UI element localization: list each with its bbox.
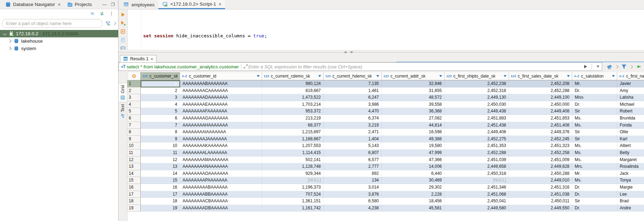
column-header-c_first_shipto_date_sk[interactable]: 123c_first_shipto_date_sk	[445, 72, 509, 80]
cell-c_current_cdemo_sk[interactable]: 502,141	[262, 156, 324, 164]
cell-c_current_hdemo_sk[interactable]: 3,219	[324, 122, 382, 129]
cell-c_first_shipto_date_sk[interactable]: 2,452,318	[445, 87, 509, 94]
tab-grid-view[interactable]: Grid	[119, 83, 127, 102]
table-row[interactable]: 1616AAAAAAAAABAAAAAA1,196,3733,01429,302…	[127, 184, 644, 191]
filter-funnel-icon[interactable]	[621, 64, 627, 69]
cell-c_salutation[interactable]: Sir	[572, 198, 617, 205]
cell-c_first_na[interactable]: Jack	[617, 170, 644, 177]
cell-c_first_sales_date_sk[interactable]: 2,449,010	[509, 177, 572, 184]
cell-c_current_cdemo_sk[interactable]: 953,372	[262, 108, 324, 115]
row-number[interactable]: 10	[127, 142, 141, 149]
cell-c_current_addr_sk[interactable]: 39,558	[382, 101, 445, 108]
column-filter-dropdown-icon[interactable]	[256, 75, 260, 78]
cell-c_salutation[interactable]: Mr.	[572, 170, 617, 177]
table-row[interactable]: 1717AAAAAAAABBAAAAAA707,5243,8762,2282,4…	[127, 191, 644, 198]
cell-c_customer_sk[interactable]: 18	[141, 198, 180, 205]
row-number[interactable]: 19	[127, 205, 141, 212]
chevron-down-icon[interactable]	[615, 65, 619, 68]
cell-c_customer_sk[interactable]: 7	[141, 122, 180, 129]
cell-c_current_addr_sk[interactable]: 6,440	[382, 170, 445, 177]
cell-c_customer_id[interactable]: AAAAAAAABBAAAAAA	[180, 191, 262, 198]
cell-c_salutation[interactable]: Ms.	[572, 177, 617, 184]
cell-c_current_addr_sk[interactable]: 14,006	[382, 163, 445, 170]
cell-c_customer_id[interactable]: AAAAAAAAHAAAAAAA	[180, 122, 262, 129]
row-number[interactable]: 13	[127, 163, 141, 170]
table-row[interactable]: 66AAAAAAAAGAAAAAAA213,2196,37427,0822,45…	[127, 115, 644, 122]
cell-c_current_hdemo_sk[interactable]: 3,014	[324, 184, 382, 191]
cell-c_first_shipto_date_sk[interactable]: 2,449,658	[445, 163, 509, 170]
cell-c_customer_id[interactable]: AAAAAAAAEAAAAAAA	[180, 101, 262, 108]
cell-c_first_sales_date_sk[interactable]: 2,449,550	[509, 205, 572, 212]
cell-c_first_shipto_date_sk[interactable]: 2,450,041	[445, 198, 509, 205]
eraser-icon[interactable]	[607, 64, 612, 69]
link-with-editor-icon[interactable]	[100, 11, 104, 16]
cell-c_current_hdemo_sk[interactable]: 3,986	[324, 101, 382, 108]
cell-c_salutation[interactable]: Dr.	[572, 101, 617, 108]
cell-c_customer_sk[interactable]: 15	[141, 177, 180, 184]
cell-c_salutation[interactable]: Mrs.	[572, 163, 617, 170]
cell-c_first_sales_date_sk[interactable]: 2,452,288	[509, 87, 572, 94]
cell-c_first_sales_date_sk[interactable]: 2,452,208	[509, 80, 572, 87]
cell-c_current_hdemo_sk[interactable]: 4,238	[324, 205, 382, 212]
cell-c_first_na[interactable]: Albert	[617, 142, 644, 149]
table-row[interactable]: 1212AAAAAAAAMAAAAAAA502,1416,57747,3662,…	[127, 156, 644, 164]
close-icon[interactable]: ×	[58, 2, 60, 7]
table-row[interactable]: 77AAAAAAAAHAAAAAAA68,3773,21944,8142,451…	[127, 122, 644, 129]
table-row[interactable]: 1414AAAAAAAAOAAAAAAA929,3448926,4402,450…	[127, 170, 644, 177]
cell-c_current_addr_sk[interactable]: 48,572	[382, 94, 445, 101]
cell-c_customer_id[interactable]: AAAAAAAAPAAAAAAA	[180, 177, 262, 184]
cell-c_current_hdemo_sk[interactable]: 3,876	[324, 191, 382, 198]
column-header-c_current_addr_sk[interactable]: 123c_current_addr_sk	[382, 72, 445, 80]
row-number[interactable]: 2	[127, 87, 141, 94]
cell-c_customer_id[interactable]: AAAAAAAADAAAAAAA	[180, 94, 262, 101]
cell-c_first_na[interactable]: Betty	[617, 149, 644, 156]
row-number[interactable]: 8	[127, 129, 141, 136]
cell-c_current_cdemo_sk[interactable]: 980,124	[262, 80, 324, 87]
filter-dropdown-chevron-icon[interactable]	[113, 22, 116, 25]
cell-c_current_hdemo_sk[interactable]: 1,461	[324, 87, 382, 94]
cell-c_current_hdemo_sk[interactable]: 2,777	[324, 163, 382, 170]
cell-c_first_shipto_date_sk[interactable]: 2,451,068	[445, 191, 509, 198]
cell-c_first_sales_date_sk[interactable]: 2,451,408	[509, 122, 572, 129]
cell-c_customer_sk[interactable]: 5	[141, 108, 180, 115]
close-icon[interactable]: ×	[218, 1, 221, 7]
cell-c_current_addr_sk[interactable]: 2,228	[382, 191, 445, 198]
cell-c_customer_sk[interactable]: 4	[141, 101, 180, 108]
minimize-icon[interactable]: —	[102, 2, 107, 7]
table-row[interactable]: 33AAAAAAAADAAAAAAA1,473,5226,24748,5722,…	[127, 94, 644, 101]
row-number[interactable]: 16	[127, 184, 141, 191]
cell-c_first_sales_date_sk[interactable]: 2,451,038	[509, 191, 572, 198]
cell-c_salutation[interactable]: Miss	[572, 94, 617, 101]
chevron-down-icon[interactable]	[630, 65, 633, 68]
cell-c_salutation[interactable]: Sir	[572, 136, 617, 143]
column-header-c_first_na[interactable]: A-Zc_first_na	[617, 72, 644, 80]
cell-c_current_addr_sk[interactable]: 44,814	[382, 122, 445, 129]
cell-c_current_addr_sk[interactable]: 30,469	[382, 177, 445, 184]
cell-c_salutation[interactable]: Dr.	[572, 184, 617, 191]
cell-c_customer_id[interactable]: AAAAAAAAFAAAAAAA	[180, 108, 262, 115]
tab-results-1[interactable]: Results 1 ×	[120, 55, 157, 62]
row-number[interactable]: 12	[127, 156, 141, 164]
cell-c_current_addr_sk[interactable]: 18,456	[382, 198, 445, 205]
cell-c_customer_sk[interactable]: 1	[141, 80, 180, 87]
column-header-c_first_sales_date_sk[interactable]: 123c_first_sales_date_sk	[509, 72, 572, 80]
cell-c_first_sales_date_sk[interactable]: 2,452,245	[509, 136, 572, 143]
close-icon[interactable]: ×	[151, 56, 153, 62]
cell-c_first_shipto_date_sk[interactable]: 2,451,039	[445, 156, 509, 164]
cell-c_customer_id[interactable]: AAAAAAAAJAAAAAAA	[180, 136, 262, 143]
cell-c_current_hdemo_sk[interactable]: 892	[324, 170, 382, 177]
table-row[interactable]: 55AAAAAAAAFAAAAAAA953,3724,47036,3682,44…	[127, 108, 644, 115]
cell-c_salutation[interactable]: Sir	[572, 129, 617, 136]
cell-c_salutation[interactable]: Mr.	[572, 80, 617, 87]
cell-c_customer_id[interactable]: AAAAAAAACBAAAAAA	[180, 198, 262, 205]
cell-c_current_addr_sk[interactable]: 36,368	[382, 108, 445, 115]
fetch-previous-icon[interactable]	[636, 64, 641, 69]
cell-c_customer_sk[interactable]: 11	[141, 149, 180, 156]
maximize-icon[interactable]: ❐	[111, 2, 115, 7]
view-menu-icon[interactable]	[109, 11, 114, 16]
cell-c_current_addr_sk[interactable]: 19,580	[382, 142, 445, 149]
tab-database-navigator[interactable]: Database Navigator ×	[2, 0, 64, 9]
column-header-c_current_cdemo_sk[interactable]: 123c_current_cdemo_sk	[262, 72, 324, 80]
row-number[interactable]: 9	[127, 136, 141, 143]
row-number[interactable]: 3	[127, 94, 141, 101]
